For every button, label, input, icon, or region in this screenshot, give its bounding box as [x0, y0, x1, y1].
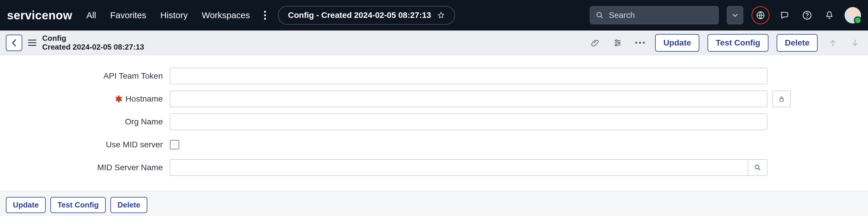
back-button[interactable] [6, 35, 22, 51]
svg-point-10 [615, 44, 617, 46]
input-api-token[interactable] [170, 68, 767, 84]
svg-line-4 [601, 17, 603, 18]
svg-point-1 [264, 15, 266, 16]
form: API Team Token ✱ Hostname Org Name Use M… [0, 55, 868, 191]
search-icon [596, 11, 603, 19]
nav-all[interactable]: All [86, 10, 96, 20]
svg-point-12 [755, 165, 759, 169]
scope-indicator[interactable] [751, 6, 770, 24]
label-mid-name: MID Server Name [6, 163, 170, 172]
record-title: Config Created 2024-02-05 08:27:13 [42, 34, 144, 52]
svg-point-2 [264, 18, 266, 20]
help-icon [802, 10, 812, 20]
search-placeholder: Search [609, 10, 635, 20]
required-icon: ✱ [115, 94, 122, 104]
star-outline-icon[interactable] [437, 11, 445, 19]
search-scope-dropdown[interactable] [727, 6, 743, 24]
test-config-button[interactable]: Test Config [708, 34, 769, 52]
lock-field-button[interactable] [773, 91, 791, 107]
svg-point-7 [806, 17, 807, 18]
personalize-form-button[interactable] [611, 36, 625, 50]
label-hostname: ✱ Hostname [6, 94, 170, 104]
form-footer: Update Test Config Delete [0, 191, 868, 216]
row-hostname: ✱ Hostname [6, 87, 862, 110]
nav-links: All Favorites History Workspaces [86, 10, 250, 20]
global-nav: servicenow All Favorites History Workspa… [0, 0, 868, 30]
caret-down-icon [732, 13, 738, 17]
ellipsis-icon [635, 42, 645, 44]
form-menu-button[interactable] [28, 39, 36, 46]
label-use-mid: Use MID server [6, 140, 170, 150]
arrow-down-icon [851, 38, 860, 47]
svg-point-0 [264, 11, 266, 12]
sliders-icon [613, 38, 622, 47]
nav-favorites[interactable]: Favorites [110, 10, 146, 20]
global-search[interactable]: Search [590, 6, 719, 24]
update-button[interactable]: Update [655, 34, 699, 52]
chevron-left-icon [11, 39, 17, 47]
nav-workspaces[interactable]: Workspaces [202, 10, 250, 20]
svg-point-8 [616, 39, 618, 42]
lock-icon [778, 95, 785, 103]
bell-icon [825, 10, 834, 20]
nav-more-menu[interactable] [264, 10, 266, 20]
notifications-button[interactable] [822, 8, 836, 22]
footer-test-config-button[interactable]: Test Config [50, 197, 106, 213]
label-org-name: Org Name [6, 117, 170, 127]
delete-button[interactable]: Delete [777, 34, 818, 52]
record-title-sub: Created 2024-02-05 08:27:13 [42, 43, 144, 52]
svg-point-3 [597, 12, 601, 17]
svg-point-9 [618, 42, 620, 44]
paperclip-icon [591, 38, 600, 48]
row-mid-name: MID Server Name [6, 156, 862, 179]
next-record-button[interactable] [848, 36, 862, 50]
svg-line-13 [758, 168, 760, 170]
kebab-icon [264, 10, 266, 20]
input-hostname[interactable] [170, 91, 767, 107]
attachments-button[interactable] [588, 36, 602, 50]
lookup-mid-name-button[interactable] [748, 159, 767, 176]
arrow-up-icon [829, 38, 837, 47]
footer-update-button[interactable]: Update [6, 197, 46, 213]
logo-text: servicenow [7, 9, 72, 22]
row-api-token: API Team Token [6, 64, 862, 87]
footer-delete-button[interactable]: Delete [111, 197, 147, 213]
chat-icon [780, 10, 790, 20]
breadcrumb-tab[interactable]: Config - Created 2024-02-05 08:27:13 [278, 6, 455, 25]
record-header: Config Created 2024-02-05 08:27:13 Updat… [0, 30, 868, 55]
help-button[interactable] [800, 8, 814, 22]
more-actions-button[interactable] [633, 36, 647, 50]
record-title-main: Config [42, 34, 144, 43]
nav-history[interactable]: History [160, 10, 188, 20]
row-use-mid: Use MID server [6, 133, 862, 156]
input-org-name[interactable] [170, 114, 767, 130]
chat-button[interactable] [778, 8, 792, 22]
svg-rect-11 [780, 99, 783, 101]
nav-right: Search [590, 6, 861, 24]
row-org-name: Org Name [6, 110, 862, 133]
lookup-mid-name [170, 159, 767, 176]
user-avatar[interactable] [844, 7, 861, 24]
input-mid-name[interactable] [170, 159, 748, 176]
globe-icon [756, 10, 765, 20]
checkbox-use-mid[interactable] [170, 140, 179, 150]
search-icon [754, 164, 761, 171]
label-api-token: API Team Token [6, 71, 170, 81]
breadcrumb-label: Config - Created 2024-02-05 08:27:13 [288, 10, 431, 20]
logo[interactable]: servicenow [7, 9, 72, 22]
prev-record-button[interactable] [826, 36, 840, 50]
record-header-actions: Update Test Config Delete [588, 34, 862, 52]
